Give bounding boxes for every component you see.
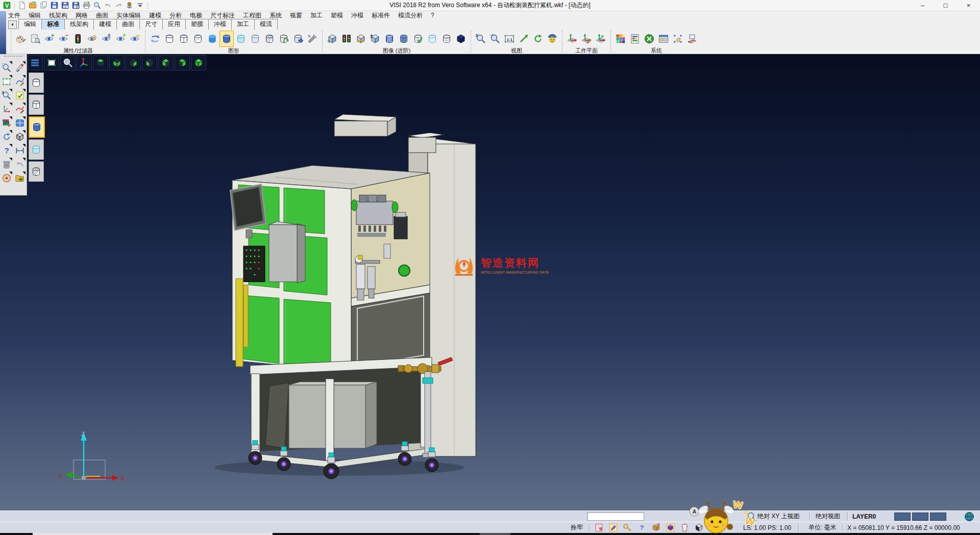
zoom-search-dark-icon[interactable] (60, 55, 76, 70)
view-refresh-icon[interactable] (531, 31, 545, 47)
menu-item-1[interactable]: 编辑 (24, 11, 45, 20)
compass-tool-icon[interactable] (1, 171, 13, 185)
cyl-striped-alt-icon[interactable] (397, 31, 411, 47)
cyl-verify-icon[interactable] (411, 31, 425, 47)
redo-icon[interactable] (114, 1, 124, 10)
help-question-icon[interactable]: ? (1, 143, 13, 157)
cyl-wire-iso-icon[interactable] (29, 72, 44, 93)
cube-top-icon[interactable] (93, 55, 108, 70)
doc-alarm-icon[interactable] (592, 523, 605, 533)
help-status-icon[interactable]: ? (635, 523, 648, 533)
cube-gray-icon[interactable] (14, 130, 26, 143)
grid-settings-icon[interactable] (685, 31, 699, 47)
cyl-export-icon[interactable] (291, 31, 305, 47)
eye-remove-icon[interactable]: − (57, 31, 71, 47)
cyl-recycle-icon[interactable] (277, 31, 291, 47)
view-arrow-icon[interactable] (517, 31, 531, 47)
cyl-hatched-icon[interactable] (262, 31, 277, 47)
ribbon-tab-6[interactable]: 应用 (162, 19, 186, 30)
close-button[interactable]: × (957, 0, 980, 11)
chevron-more-icon[interactable] (135, 1, 145, 10)
snap-settings-icon[interactable] (671, 31, 685, 47)
ribbon-tab-0[interactable]: 编辑 (18, 19, 42, 30)
system-tools-icon[interactable] (642, 31, 656, 47)
cyl-shaded-icon[interactable] (219, 31, 234, 47)
key-icon[interactable] (621, 523, 634, 533)
wp-align-icon[interactable] (594, 31, 608, 47)
menu-item-3[interactable]: 网格 (71, 11, 92, 20)
cyl-hatched-icon[interactable] (29, 161, 44, 182)
cube-iso-icon[interactable] (191, 55, 206, 70)
pencil-wave-icon[interactable] (14, 102, 26, 116)
status-block-1[interactable] (912, 513, 928, 521)
cube-navy-icon[interactable] (454, 31, 468, 47)
annotate-icon[interactable] (606, 523, 620, 533)
tab-dropdown-button[interactable]: ▼ (8, 20, 17, 29)
tile-window-icon[interactable] (14, 116, 26, 130)
menu-item-16[interactable]: 标准件 (368, 11, 394, 20)
view-mode-label[interactable]: 绝对视图 (816, 511, 840, 522)
minimize-button[interactable]: – (911, 0, 934, 11)
undo-icon[interactable] (103, 1, 113, 10)
ribbon-tab-8[interactable]: 冲模 (208, 19, 232, 30)
cyl-translucent-icon[interactable] (234, 31, 248, 47)
cyl-glass-icon[interactable] (425, 31, 439, 47)
lock-label[interactable]: 拴牢 (571, 522, 583, 533)
folder-export-icon[interactable] (14, 171, 26, 185)
menu-item-12[interactable]: 视窗 (286, 11, 306, 20)
measure-width-icon[interactable] (14, 143, 26, 157)
cubes-plusminus-icon[interactable]: ± (368, 31, 382, 47)
pencil-spline-icon[interactable] (14, 75, 26, 88)
status-input-field[interactable] (587, 511, 644, 522)
ribbon-tab-2[interactable]: 线架构 (64, 19, 94, 30)
wp-axis-icon[interactable] (565, 31, 579, 47)
menu-item-9[interactable]: 尺寸标注 (206, 11, 239, 20)
cyl-translucent-icon[interactable] (29, 139, 44, 160)
select-bounds-icon[interactable] (1, 75, 13, 88)
cube-right-icon[interactable] (175, 55, 190, 70)
menu-item-7[interactable]: 分析 (165, 11, 186, 20)
zoom-search-icon[interactable] (92, 1, 102, 10)
menu-item-6[interactable]: 建模 (145, 11, 165, 20)
cyl-wire-front-icon[interactable] (29, 94, 44, 115)
save-icon[interactable] (50, 1, 59, 10)
select-rect-icon[interactable] (44, 55, 59, 70)
undo-gray-icon[interactable] (14, 157, 26, 171)
cyl-wire-iso-icon[interactable] (162, 31, 177, 47)
menu-item-18[interactable]: ? (427, 12, 438, 19)
trash-icon[interactable] (1, 157, 13, 171)
print-icon[interactable] (82, 1, 91, 10)
menu-item-17[interactable]: 模流分析 (394, 11, 427, 20)
cube-bottom-icon[interactable] (109, 55, 125, 70)
zoom-actual-icon[interactable]: 1:1 (502, 31, 517, 47)
view-smiley-icon[interactable] (545, 31, 559, 47)
eye-hide-icon[interactable] (128, 31, 142, 47)
menu-item-2[interactable]: 线架构 (45, 11, 71, 20)
status-block-0[interactable] (894, 513, 911, 521)
ribbon-tab-1[interactable]: 标准 (41, 19, 65, 30)
axis-move-icon[interactable] (1, 102, 13, 116)
menu-item-11[interactable]: 系统 (265, 11, 286, 20)
palette-brush-icon[interactable] (14, 31, 28, 47)
new-file-icon[interactable] (17, 1, 27, 10)
cyl-wire-hidden-icon[interactable] (191, 31, 205, 47)
open-folder-icon[interactable] (28, 1, 38, 10)
check-box-icon[interactable] (14, 88, 26, 102)
ribbon-tab-10[interactable]: 模流 (254, 19, 278, 30)
status-block-2[interactable] (930, 513, 946, 521)
ribbon-tab-5[interactable]: 尺寸 (139, 19, 163, 30)
copy-pages-icon[interactable] (39, 1, 48, 10)
panel-drag-handle[interactable] (4, 56, 22, 60)
cube-refresh-icon[interactable] (354, 31, 368, 47)
layer-indicator[interactable]: LAYER0 (852, 511, 876, 522)
refresh-blue-icon[interactable] (1, 130, 13, 143)
zoom-window-icon[interactable]: ± (474, 31, 488, 47)
eye-refresh-icon[interactable] (85, 31, 100, 47)
cubes-add-icon[interactable]: + (325, 31, 339, 47)
traffic-pair-icon[interactable] (339, 31, 354, 47)
zoom-all-icon[interactable] (488, 31, 502, 47)
status-color-blocks[interactable] (894, 511, 946, 522)
cyl-flat-icon[interactable] (248, 31, 262, 47)
cyl-wrap-icon[interactable] (439, 31, 454, 47)
cyl-striped-icon[interactable] (382, 31, 397, 47)
